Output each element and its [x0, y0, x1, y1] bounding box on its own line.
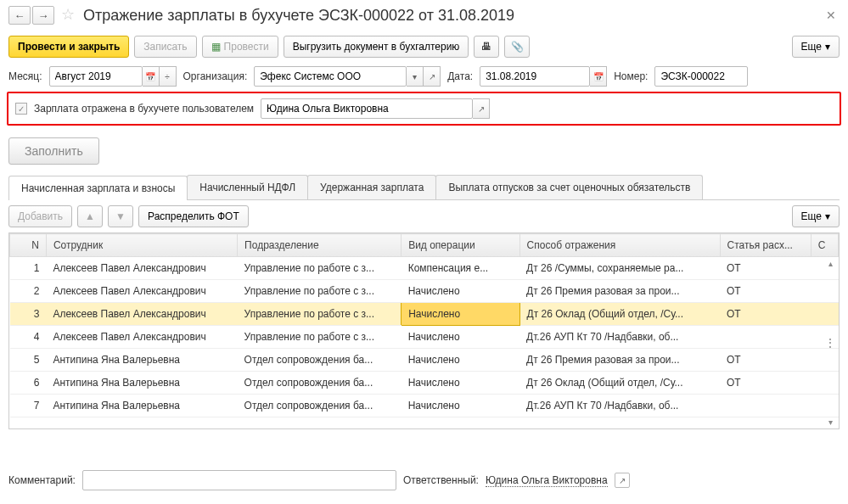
- cell-operation: Начислено: [402, 349, 519, 372]
- calendar-icon[interactable]: 📅: [143, 66, 160, 87]
- cell-n: 7: [10, 395, 47, 417]
- arrow-up-icon: ▲: [85, 210, 95, 222]
- cell-operation: Компенсация е...: [402, 257, 519, 280]
- cell-reflection: Дт 26 Премия разовая за прои...: [519, 280, 720, 303]
- cell-n: 5: [10, 349, 47, 372]
- print-icon: 🖶: [481, 41, 491, 53]
- data-table-wrap: N Сотрудник Подразделение Вид операции С…: [8, 232, 840, 429]
- tab-ndfl[interactable]: Начисленный НДФЛ: [187, 175, 308, 199]
- cell-article: [720, 395, 811, 417]
- cell-reflection: Дт.26 АУП Кт 70 /Надбавки, об...: [519, 326, 720, 349]
- reflected-checkbox[interactable]: ✓: [15, 103, 27, 115]
- col-operation[interactable]: Вид операции: [402, 234, 519, 257]
- data-table: N Сотрудник Подразделение Вид операции С…: [9, 233, 839, 417]
- col-employee[interactable]: Сотрудник: [46, 234, 237, 257]
- post-button[interactable]: ▦Провести: [202, 36, 278, 58]
- scroll-down-icon[interactable]: ▾: [828, 417, 833, 427]
- cell-department: Отдел сопровождения ба...: [238, 349, 402, 372]
- table-row[interactable]: 3Алексеев Павел АлександровичУправление …: [10, 303, 839, 326]
- cell-article: ОТ: [720, 303, 811, 326]
- cell-operation: Начислено: [402, 280, 519, 303]
- month-field[interactable]: [49, 66, 143, 87]
- scroll-up-icon[interactable]: ▴: [828, 259, 833, 268]
- month-stepper[interactable]: ÷: [160, 66, 177, 87]
- print-button[interactable]: 🖶: [474, 36, 499, 58]
- month-label: Месяц:: [8, 70, 42, 82]
- cell-n: 3: [10, 303, 47, 326]
- cell-n: 4: [10, 326, 47, 349]
- date-field[interactable]: [480, 66, 590, 87]
- date-label: Дата:: [447, 70, 473, 82]
- reflected-highlight-box: ✓ Зарплата отражена в бухучете пользоват…: [7, 92, 841, 126]
- number-label: Номер:: [614, 70, 648, 82]
- table-row[interactable]: 4Алексеев Павел АлександровичУправление …: [10, 326, 839, 349]
- cell-article: [720, 326, 811, 349]
- cell-department: Управление по работе с з...: [238, 326, 402, 349]
- close-icon[interactable]: ✕: [823, 5, 840, 25]
- tab-vacation[interactable]: Выплата отпусков за счет оценочных обяза…: [435, 175, 703, 199]
- responsible-label: Ответственный:: [403, 474, 479, 486]
- post-and-close-button[interactable]: Провести и закрыть: [8, 36, 129, 58]
- cell-department: Отдел сопровождения ба...: [238, 395, 402, 417]
- page-title: Отражение зарплаты в бухучете ЭСЗК-00002…: [83, 7, 514, 25]
- table-row[interactable]: 1Алексеев Павел АлександровичУправление …: [10, 257, 839, 280]
- table-row[interactable]: 7Антипина Яна ВалерьевнаОтдел сопровожде…: [10, 395, 839, 417]
- responsible-link[interactable]: Юдина Ольга Викторовна: [486, 474, 608, 487]
- dropdown-icon[interactable]: ▾: [407, 66, 424, 87]
- table-row[interactable]: 2Алексеев Павел АлександровичУправление …: [10, 280, 839, 303]
- cell-operation: Начислено: [402, 395, 519, 417]
- cell-reflection: Дт 26 /Суммы, сохраняемые ра...: [519, 257, 720, 280]
- move-down-button[interactable]: ▼: [108, 205, 133, 227]
- cell-employee: Алексеев Павел Александрович: [46, 326, 237, 349]
- nav-forward-button[interactable]: →: [32, 6, 54, 25]
- tab-salary-contributions[interactable]: Начисленная зарплата и взносы: [8, 176, 188, 200]
- table-row[interactable]: 5Антипина Яна ВалерьевнаОтдел сопровожде…: [10, 349, 839, 372]
- col-n[interactable]: N: [10, 234, 47, 257]
- more-button[interactable]: Еще ▾: [792, 36, 840, 58]
- col-department[interactable]: Подразделение: [238, 234, 402, 257]
- cell-operation: Начислено: [402, 372, 519, 395]
- favorite-star-icon[interactable]: ☆: [61, 7, 78, 24]
- chevron-down-icon: ▾: [825, 41, 830, 53]
- add-row-button[interactable]: Добавить: [8, 205, 72, 227]
- table-more-button[interactable]: Еще ▾: [792, 205, 840, 227]
- chevron-down-icon: ▾: [825, 210, 830, 222]
- export-button[interactable]: Выгрузить документ в бухгалтерию: [284, 36, 469, 58]
- cell-employee: Алексеев Павел Александрович: [46, 303, 237, 326]
- reflected-user-field[interactable]: [261, 98, 473, 119]
- cell-article: ОТ: [720, 372, 811, 395]
- nav-back-button[interactable]: ←: [8, 6, 31, 25]
- cell-employee: Алексеев Павел Александрович: [46, 257, 237, 280]
- date-calendar-icon[interactable]: 📅: [590, 66, 607, 87]
- cell-operation: Начислено: [402, 326, 519, 349]
- vertical-scrollbar[interactable]: ▴ ⋮ ▾: [823, 259, 837, 427]
- paperclip-icon: 📎: [511, 41, 524, 53]
- open-icon[interactable]: ↗: [424, 66, 441, 87]
- col-c[interactable]: С: [811, 234, 838, 257]
- org-label: Организация:: [183, 70, 248, 82]
- distribute-button[interactable]: Распределить ФОТ: [138, 205, 249, 227]
- arrow-down-icon: ▼: [115, 210, 126, 222]
- attach-button[interactable]: 📎: [504, 36, 530, 58]
- tab-withheld[interactable]: Удержанная зарплата: [307, 175, 436, 199]
- comment-label: Комментарий:: [8, 474, 76, 486]
- post-icon: ▦: [211, 41, 221, 53]
- move-up-button[interactable]: ▲: [77, 205, 103, 227]
- col-article[interactable]: Статья расх...: [720, 234, 811, 257]
- cell-n: 6: [10, 372, 47, 395]
- save-button[interactable]: Записать: [134, 36, 196, 58]
- org-field[interactable]: [254, 66, 407, 87]
- table-row[interactable]: 6Антипина Яна ВалерьевнаОтдел сопровожде…: [10, 372, 839, 395]
- cell-reflection: Дт 26 Оклад (Общий отдел, /Су...: [519, 372, 720, 395]
- number-field[interactable]: [654, 66, 748, 87]
- responsible-open-icon[interactable]: ↗: [615, 473, 630, 488]
- cell-department: Отдел сопровождения ба...: [238, 372, 402, 395]
- comment-field[interactable]: [82, 470, 396, 490]
- reflected-label: Зарплата отражена в бухучете пользовател…: [34, 103, 254, 115]
- fill-button[interactable]: Заполнить: [8, 137, 99, 165]
- cell-operation: Начислено: [402, 303, 519, 326]
- cell-employee: Антипина Яна Валерьевна: [46, 395, 237, 417]
- col-reflection[interactable]: Способ отражения: [519, 234, 720, 257]
- reflected-open-icon[interactable]: ↗: [473, 98, 490, 119]
- cell-employee: Антипина Яна Валерьевна: [46, 349, 237, 372]
